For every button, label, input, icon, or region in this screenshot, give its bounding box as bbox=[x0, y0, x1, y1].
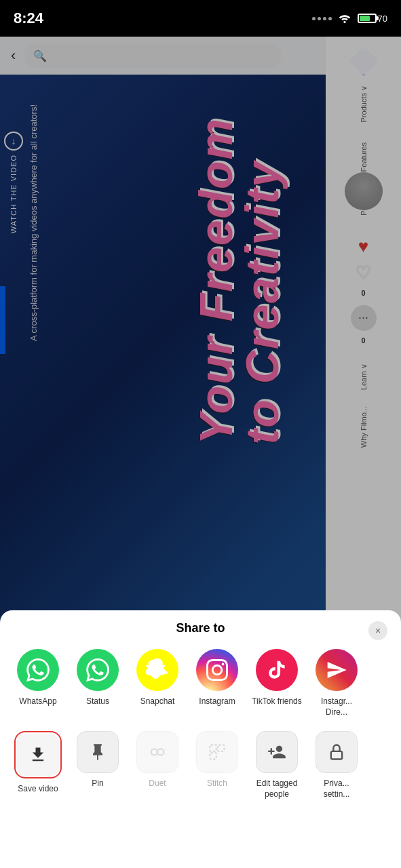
share-apps-row: WhatsApp Status Snapchat bbox=[0, 646, 401, 720]
instagram-icon bbox=[196, 649, 238, 691]
status-bar: 8:24 70 bbox=[0, 0, 401, 37]
instagram-direct-icon bbox=[316, 649, 358, 691]
stitch-action: Stitch bbox=[187, 728, 247, 802]
tiktok-friends-label: TikTok friends bbox=[252, 696, 302, 707]
share-whatsapp[interactable]: WhatsApp bbox=[8, 646, 68, 720]
battery-indicator: 70 bbox=[358, 14, 387, 24]
duet-action: Duet bbox=[128, 728, 187, 802]
share-sheet: Share to × WhatsApp bbox=[0, 610, 401, 868]
whatsapp-icon bbox=[17, 649, 59, 691]
save-video-label: Save video bbox=[18, 784, 58, 795]
share-instagram[interactable]: Instagram bbox=[187, 646, 247, 720]
svg-rect-3 bbox=[210, 745, 216, 751]
duet-label: Duet bbox=[149, 778, 166, 789]
share-actions-row: Save video Pin Duet bbox=[0, 720, 401, 802]
share-sheet-title: Share to bbox=[176, 621, 225, 635]
svg-point-1 bbox=[151, 749, 157, 755]
edit-tagged-icon bbox=[256, 731, 298, 773]
svg-rect-5 bbox=[210, 753, 216, 759]
stitch-icon bbox=[196, 731, 238, 773]
pin-action[interactable]: Pin bbox=[68, 728, 128, 802]
snapchat-label: Snapchat bbox=[140, 696, 175, 707]
save-video-icon bbox=[17, 734, 59, 776]
privacy-settings-icon bbox=[316, 731, 358, 773]
svg-rect-6 bbox=[331, 751, 342, 760]
duet-icon bbox=[136, 731, 178, 773]
status-icons: 70 bbox=[312, 12, 387, 25]
pin-icon bbox=[77, 731, 119, 773]
status-time: 8:24 bbox=[14, 9, 43, 27]
share-sheet-header: Share to × bbox=[0, 621, 401, 646]
privacy-settings-action[interactable]: Priva...settin... bbox=[307, 728, 366, 802]
edit-tagged-action[interactable]: Edit taggedpeople bbox=[247, 728, 307, 802]
svg-rect-4 bbox=[218, 745, 224, 751]
privacy-settings-label: Priva...settin... bbox=[324, 778, 350, 800]
share-instagram-direct[interactable]: Instagr...Dire... bbox=[307, 646, 366, 720]
stitch-label: Stitch bbox=[207, 778, 227, 789]
instagram-label: Instagram bbox=[199, 696, 235, 707]
svg-point-0 bbox=[343, 20, 345, 22]
pin-label: Pin bbox=[92, 778, 103, 789]
share-snapchat[interactable]: Snapchat bbox=[128, 646, 187, 720]
status-label: Status bbox=[86, 696, 109, 707]
whatsapp-label: WhatsApp bbox=[19, 696, 56, 707]
share-status[interactable]: Status bbox=[68, 646, 128, 720]
status-icon bbox=[77, 649, 119, 691]
svg-point-2 bbox=[157, 749, 164, 755]
signal-icon bbox=[312, 17, 332, 20]
save-video-action[interactable]: Save video bbox=[8, 728, 68, 802]
share-close-button[interactable]: × bbox=[368, 621, 387, 640]
instagram-direct-label: Instagr...Dire... bbox=[321, 696, 352, 717]
tiktok-friends-icon bbox=[256, 649, 298, 691]
snapchat-icon bbox=[136, 649, 178, 691]
wifi-icon bbox=[337, 12, 352, 25]
share-tiktok-friends[interactable]: TikTok friends bbox=[247, 646, 307, 720]
content-area: ↓ WATCH THE VIDEO Your Freedomto Creativ… bbox=[0, 37, 401, 868]
edit-tagged-label: Edit taggedpeople bbox=[256, 778, 298, 800]
